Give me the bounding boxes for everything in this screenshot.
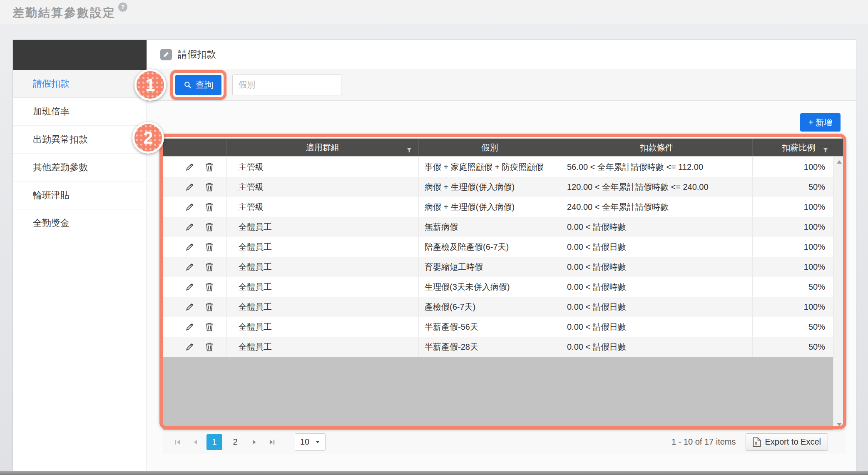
- row-actions: [163, 317, 227, 337]
- edit-icon[interactable]: [185, 262, 194, 272]
- sidebar-item-other-params[interactable]: 其他差勤參數: [13, 154, 147, 182]
- actions-row: + 新增: [147, 101, 856, 138]
- edit-icon[interactable]: [185, 242, 194, 252]
- cell-leave-type: 半薪產假-28天: [419, 337, 561, 357]
- cell-condition: 0.00 < 請假時數: [561, 257, 753, 277]
- cell-group: 全體員工: [227, 337, 419, 357]
- cell-ratio: 50%: [753, 177, 834, 197]
- edit-icon[interactable]: [185, 282, 194, 292]
- delete-icon[interactable]: [205, 242, 214, 252]
- cell-condition: 0.00 < 請假時數: [561, 277, 753, 297]
- table-row: 全體員工半薪產假-56天0.00 < 請假日數50%: [163, 317, 833, 337]
- first-page-icon[interactable]: [172, 436, 184, 448]
- column-header-leave[interactable]: 假別: [419, 139, 561, 156]
- cell-leave-type: 事假 + 家庭照顧假 + 防疫照顧假: [419, 157, 561, 177]
- cell-group: 主管級: [227, 197, 419, 217]
- cell-leave-type: 產檢假(6-7天): [419, 297, 561, 317]
- cell-leave-type: 陪產檢及陪產假(6-7天): [419, 237, 561, 257]
- table-row: 全體員工無薪病假0.00 < 請假時數100%: [163, 217, 833, 237]
- vertical-scrollbar[interactable]: [833, 157, 845, 430]
- edit-icon[interactable]: [185, 342, 194, 352]
- row-actions: [163, 297, 227, 317]
- cell-condition: 240.00 < 全年累計請假時數: [561, 197, 753, 217]
- search-button[interactable]: 查詢: [175, 75, 221, 95]
- add-new-button[interactable]: + 新增: [800, 113, 841, 132]
- cell-ratio: 100%: [753, 237, 834, 257]
- content-area: 請假扣款 查詢 + 新增 適用群組: [147, 40, 856, 471]
- row-actions: [163, 157, 227, 177]
- sidebar-item-attendance-anomaly[interactable]: 出勤異常扣款: [13, 126, 147, 154]
- delete-icon[interactable]: [205, 222, 214, 232]
- pager-info: 1 - 10 of 17 items: [672, 437, 736, 447]
- delete-icon[interactable]: [205, 162, 214, 172]
- delete-icon[interactable]: [205, 342, 214, 352]
- delete-icon[interactable]: [205, 202, 214, 212]
- cell-group: 全體員工: [227, 317, 419, 337]
- delete-icon[interactable]: [205, 282, 214, 292]
- cell-group: 全體員工: [227, 277, 419, 297]
- help-icon[interactable]: ?: [118, 2, 127, 12]
- edit-icon[interactable]: [185, 302, 194, 312]
- scroll-down-icon[interactable]: [836, 423, 842, 427]
- scroll-up-icon[interactable]: [836, 160, 842, 164]
- sidebar-item-leave-deduction[interactable]: 請假扣款: [13, 70, 147, 98]
- cell-leave-type: 半薪產假-56天: [419, 317, 561, 337]
- cell-condition: 0.00 < 請假日數: [561, 237, 753, 257]
- table-row: 全體員工半薪產假-28天0.00 < 請假日數50%: [163, 337, 833, 357]
- edit-icon[interactable]: [185, 222, 194, 232]
- filter-icon[interactable]: [823, 145, 828, 155]
- cell-ratio: 50%: [753, 337, 834, 357]
- delete-icon[interactable]: [205, 322, 214, 332]
- prev-page-icon[interactable]: [189, 436, 201, 448]
- cell-group: 主管級: [227, 157, 419, 177]
- cell-group: 主管級: [227, 177, 419, 197]
- cell-leave-type: 無薪病假: [419, 217, 561, 237]
- row-actions: [163, 257, 227, 277]
- cell-leave-type: 育嬰縮短工時假: [419, 257, 561, 277]
- leave-deduction-grid: 適用群組 假別 扣款條件 扣薪比例: [163, 138, 845, 454]
- cell-ratio: 100%: [753, 297, 834, 317]
- search-icon: [184, 81, 192, 89]
- column-header-group[interactable]: 適用群組: [227, 139, 419, 156]
- column-header-actions: [163, 139, 227, 156]
- page-button-2[interactable]: 2: [227, 434, 243, 450]
- edit-icon[interactable]: [185, 162, 194, 172]
- row-actions: [163, 237, 227, 257]
- search-toolbar: 查詢: [147, 69, 856, 101]
- last-page-icon[interactable]: [266, 436, 278, 448]
- cell-condition: 56.00 < 全年累計請假時數 <= 112.00: [561, 157, 753, 177]
- cell-condition: 0.00 < 請假日數: [561, 337, 753, 357]
- page-button-1[interactable]: 1: [206, 434, 222, 450]
- row-actions: [163, 177, 227, 197]
- filter-icon[interactable]: [407, 145, 412, 155]
- column-header-ratio[interactable]: 扣薪比例: [753, 139, 845, 156]
- sidebar-item-shift-allowance[interactable]: 輪班津貼: [13, 182, 147, 209]
- sidebar-item-overtime-rate[interactable]: 加班倍率: [13, 98, 147, 126]
- cell-condition: 0.00 < 請假日數: [561, 317, 753, 337]
- cell-ratio: 50%: [753, 317, 834, 337]
- column-header-condition[interactable]: 扣款條件: [561, 139, 753, 156]
- column-header-group-label: 適用群組: [306, 142, 339, 153]
- leave-type-input[interactable]: [232, 75, 341, 95]
- chevron-down-icon: [315, 440, 320, 444]
- pager-bar: 1 2 10 1 - 10 of 17 items: [163, 430, 845, 454]
- column-header-ratio-label: 扣薪比例: [782, 142, 816, 153]
- delete-icon[interactable]: [205, 262, 214, 272]
- edit-icon[interactable]: [185, 182, 194, 192]
- cell-ratio: 100%: [753, 257, 834, 277]
- grid-empty-area: [163, 357, 833, 430]
- page-size-select[interactable]: 10: [295, 433, 326, 451]
- cell-condition: 0.00 < 請假時數: [561, 217, 753, 237]
- export-to-excel-button[interactable]: x Export to Excel: [746, 433, 828, 451]
- delete-icon[interactable]: [205, 182, 214, 192]
- table-row: 主管級病假 + 生理假(併入病假)240.00 < 全年累計請假時數100%: [163, 197, 833, 217]
- grid-body: 主管級事假 + 家庭照顧假 + 防疫照顧假56.00 < 全年累計請假時數 <=…: [163, 157, 845, 430]
- next-page-icon[interactable]: [248, 436, 261, 448]
- delete-icon[interactable]: [205, 302, 214, 312]
- sidebar-item-full-attendance-bonus[interactable]: 全勤獎金: [13, 209, 147, 237]
- excel-file-icon: x: [753, 437, 761, 447]
- edit-icon[interactable]: [185, 322, 194, 332]
- edit-icon[interactable]: [185, 202, 194, 212]
- section-header: 請假扣款: [147, 40, 856, 69]
- annotation-ring-step1: 查詢: [170, 70, 226, 100]
